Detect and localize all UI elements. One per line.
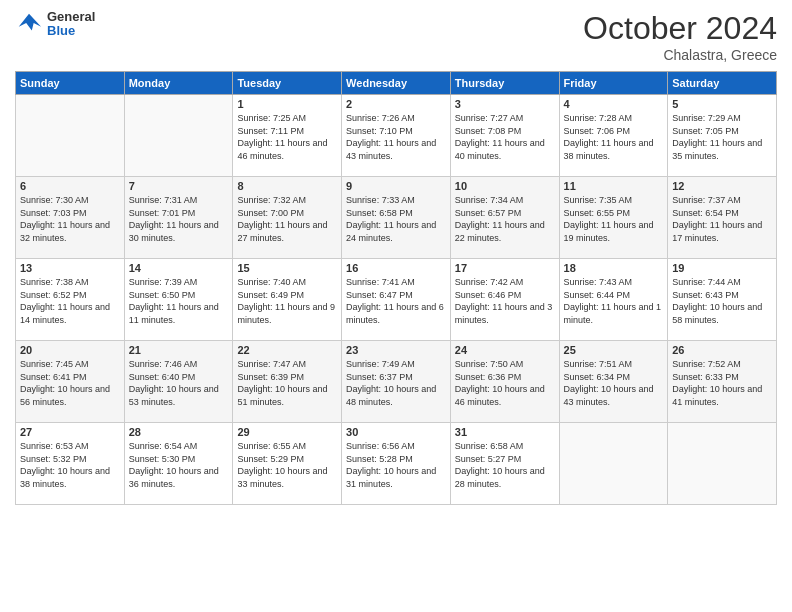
day-number: 27: [20, 426, 120, 438]
sunset-text: Sunset: 6:47 PM: [346, 290, 413, 300]
sunset-text: Sunset: 6:40 PM: [129, 372, 196, 382]
cell-info: Sunrise: 6:54 AM Sunset: 5:30 PM Dayligh…: [129, 440, 229, 490]
sunrise-text: Sunrise: 7:38 AM: [20, 277, 89, 287]
sunrise-text: Sunrise: 7:47 AM: [237, 359, 306, 369]
sunset-text: Sunset: 6:36 PM: [455, 372, 522, 382]
sunset-text: Sunset: 5:28 PM: [346, 454, 413, 464]
calendar-cell: [16, 95, 125, 177]
sunrise-text: Sunrise: 6:56 AM: [346, 441, 415, 451]
day-number: 6: [20, 180, 120, 192]
month-title: October 2024: [583, 10, 777, 47]
sunrise-text: Sunrise: 7:33 AM: [346, 195, 415, 205]
svg-marker-0: [19, 14, 41, 31]
sunrise-text: Sunrise: 7:40 AM: [237, 277, 306, 287]
sunrise-text: Sunrise: 7:52 AM: [672, 359, 741, 369]
daylight-text: Daylight: 11 hours and 22 minutes.: [455, 220, 545, 243]
calendar-cell: 6 Sunrise: 7:30 AM Sunset: 7:03 PM Dayli…: [16, 177, 125, 259]
sunset-text: Sunset: 7:06 PM: [564, 126, 631, 136]
cell-info: Sunrise: 7:43 AM Sunset: 6:44 PM Dayligh…: [564, 276, 664, 326]
calendar-cell: 4 Sunrise: 7:28 AM Sunset: 7:06 PM Dayli…: [559, 95, 668, 177]
sunrise-text: Sunrise: 7:41 AM: [346, 277, 415, 287]
day-number: 23: [346, 344, 446, 356]
cell-info: Sunrise: 7:42 AM Sunset: 6:46 PM Dayligh…: [455, 276, 555, 326]
sunset-text: Sunset: 6:50 PM: [129, 290, 196, 300]
sunset-text: Sunset: 5:29 PM: [237, 454, 304, 464]
calendar-week-1: 1 Sunrise: 7:25 AM Sunset: 7:11 PM Dayli…: [16, 95, 777, 177]
calendar-week-4: 20 Sunrise: 7:45 AM Sunset: 6:41 PM Dayl…: [16, 341, 777, 423]
sunset-text: Sunset: 6:33 PM: [672, 372, 739, 382]
sunrise-text: Sunrise: 7:34 AM: [455, 195, 524, 205]
calendar-cell: 1 Sunrise: 7:25 AM Sunset: 7:11 PM Dayli…: [233, 95, 342, 177]
calendar-cell: [668, 423, 777, 505]
cell-info: Sunrise: 7:47 AM Sunset: 6:39 PM Dayligh…: [237, 358, 337, 408]
sunrise-text: Sunrise: 7:42 AM: [455, 277, 524, 287]
calendar-cell: 14 Sunrise: 7:39 AM Sunset: 6:50 PM Dayl…: [124, 259, 233, 341]
daylight-text: Daylight: 10 hours and 36 minutes.: [129, 466, 219, 489]
sunset-text: Sunset: 6:55 PM: [564, 208, 631, 218]
sunset-text: Sunset: 6:34 PM: [564, 372, 631, 382]
cell-info: Sunrise: 7:44 AM Sunset: 6:43 PM Dayligh…: [672, 276, 772, 326]
day-number: 4: [564, 98, 664, 110]
calendar-cell: [559, 423, 668, 505]
sunrise-text: Sunrise: 7:37 AM: [672, 195, 741, 205]
sunset-text: Sunset: 7:05 PM: [672, 126, 739, 136]
cell-info: Sunrise: 6:55 AM Sunset: 5:29 PM Dayligh…: [237, 440, 337, 490]
calendar-cell: 20 Sunrise: 7:45 AM Sunset: 6:41 PM Dayl…: [16, 341, 125, 423]
daylight-text: Daylight: 11 hours and 3 minutes.: [455, 302, 553, 325]
sunrise-text: Sunrise: 7:45 AM: [20, 359, 89, 369]
title-block: October 2024 Chalastra, Greece: [583, 10, 777, 63]
sunrise-text: Sunrise: 7:32 AM: [237, 195, 306, 205]
cell-info: Sunrise: 7:51 AM Sunset: 6:34 PM Dayligh…: [564, 358, 664, 408]
calendar-week-5: 27 Sunrise: 6:53 AM Sunset: 5:32 PM Dayl…: [16, 423, 777, 505]
col-wednesday: Wednesday: [342, 72, 451, 95]
sunset-text: Sunset: 6:54 PM: [672, 208, 739, 218]
cell-info: Sunrise: 7:30 AM Sunset: 7:03 PM Dayligh…: [20, 194, 120, 244]
cell-info: Sunrise: 7:40 AM Sunset: 6:49 PM Dayligh…: [237, 276, 337, 326]
cell-info: Sunrise: 7:33 AM Sunset: 6:58 PM Dayligh…: [346, 194, 446, 244]
sunrise-text: Sunrise: 7:31 AM: [129, 195, 198, 205]
daylight-text: Daylight: 10 hours and 58 minutes.: [672, 302, 762, 325]
day-number: 3: [455, 98, 555, 110]
day-number: 7: [129, 180, 229, 192]
col-saturday: Saturday: [668, 72, 777, 95]
cell-info: Sunrise: 7:52 AM Sunset: 6:33 PM Dayligh…: [672, 358, 772, 408]
sunset-text: Sunset: 7:08 PM: [455, 126, 522, 136]
sunrise-text: Sunrise: 7:44 AM: [672, 277, 741, 287]
cell-info: Sunrise: 7:26 AM Sunset: 7:10 PM Dayligh…: [346, 112, 446, 162]
sunrise-text: Sunrise: 6:58 AM: [455, 441, 524, 451]
day-number: 31: [455, 426, 555, 438]
day-number: 21: [129, 344, 229, 356]
sunset-text: Sunset: 6:58 PM: [346, 208, 413, 218]
header-row: Sunday Monday Tuesday Wednesday Thursday…: [16, 72, 777, 95]
cell-info: Sunrise: 7:25 AM Sunset: 7:11 PM Dayligh…: [237, 112, 337, 162]
calendar-cell: 2 Sunrise: 7:26 AM Sunset: 7:10 PM Dayli…: [342, 95, 451, 177]
daylight-text: Daylight: 11 hours and 24 minutes.: [346, 220, 436, 243]
cell-info: Sunrise: 7:38 AM Sunset: 6:52 PM Dayligh…: [20, 276, 120, 326]
calendar-cell: 5 Sunrise: 7:29 AM Sunset: 7:05 PM Dayli…: [668, 95, 777, 177]
sunset-text: Sunset: 6:44 PM: [564, 290, 631, 300]
daylight-text: Daylight: 11 hours and 17 minutes.: [672, 220, 762, 243]
day-number: 12: [672, 180, 772, 192]
cell-info: Sunrise: 6:56 AM Sunset: 5:28 PM Dayligh…: [346, 440, 446, 490]
cell-info: Sunrise: 7:49 AM Sunset: 6:37 PM Dayligh…: [346, 358, 446, 408]
daylight-text: Daylight: 10 hours and 56 minutes.: [20, 384, 110, 407]
header: General Blue October 2024 Chalastra, Gre…: [15, 10, 777, 63]
logo-blue: Blue: [47, 24, 95, 38]
day-number: 25: [564, 344, 664, 356]
sunset-text: Sunset: 6:57 PM: [455, 208, 522, 218]
calendar-cell: [124, 95, 233, 177]
sunrise-text: Sunrise: 7:35 AM: [564, 195, 633, 205]
calendar-cell: 7 Sunrise: 7:31 AM Sunset: 7:01 PM Dayli…: [124, 177, 233, 259]
sunrise-text: Sunrise: 7:51 AM: [564, 359, 633, 369]
calendar-cell: 28 Sunrise: 6:54 AM Sunset: 5:30 PM Dayl…: [124, 423, 233, 505]
calendar-cell: 19 Sunrise: 7:44 AM Sunset: 6:43 PM Dayl…: [668, 259, 777, 341]
day-number: 9: [346, 180, 446, 192]
col-friday: Friday: [559, 72, 668, 95]
sunset-text: Sunset: 7:03 PM: [20, 208, 87, 218]
daylight-text: Daylight: 11 hours and 38 minutes.: [564, 138, 654, 161]
sunset-text: Sunset: 6:52 PM: [20, 290, 87, 300]
col-tuesday: Tuesday: [233, 72, 342, 95]
sunrise-text: Sunrise: 7:25 AM: [237, 113, 306, 123]
calendar-cell: 22 Sunrise: 7:47 AM Sunset: 6:39 PM Dayl…: [233, 341, 342, 423]
cell-info: Sunrise: 7:46 AM Sunset: 6:40 PM Dayligh…: [129, 358, 229, 408]
